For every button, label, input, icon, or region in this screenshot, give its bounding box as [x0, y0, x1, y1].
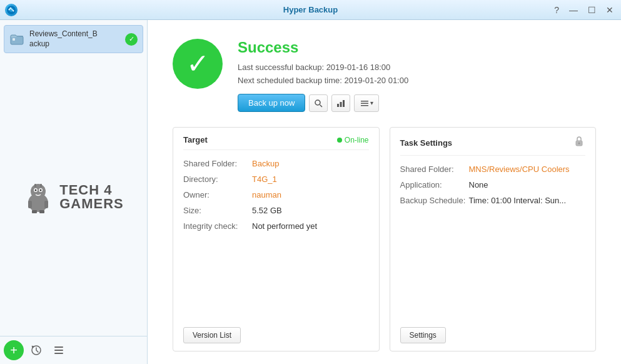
back-up-now-button[interactable]: Back up now — [238, 94, 305, 112]
content-area: ✓ Success Last successful backup: 2019-0… — [148, 20, 621, 364]
svg-rect-25 — [361, 101, 368, 102]
online-status: On-line — [337, 136, 369, 144]
backup-folder-icon — [9, 33, 24, 46]
svg-point-29 — [578, 143, 580, 144]
svg-point-1 — [9, 8, 13, 12]
sidebar-item-reviews-backup[interactable]: Reviews_Content_Backup ✓ — [4, 25, 143, 53]
sidebar-logo: TECH 4 GAMERS — [0, 169, 147, 225]
sidebar-item-status-icon: ✓ — [125, 33, 138, 46]
online-dot — [337, 138, 342, 143]
svg-point-9 — [40, 190, 42, 191]
info-button[interactable] — [49, 340, 69, 360]
task-shared-folder-row: Shared Folder: MNS/Reviews/CPU Coolers — [400, 164, 586, 174]
sidebar-items: Reviews_Content_Backup ✓ — [0, 20, 147, 58]
settings-button[interactable]: Settings — [400, 327, 446, 343]
menu-dropdown-button[interactable]: ▾ — [354, 94, 379, 112]
target-owner-row: Owner: nauman — [183, 190, 369, 200]
info-cards: Target On-line Shared Folder: Backup Dir… — [173, 127, 596, 351]
title-bar: Hyper Backup ? — ☐ ✕ — [0, 0, 621, 20]
target-integrity-row: Integrity check: Not performed yet — [183, 221, 369, 231]
svg-rect-18 — [54, 350, 63, 351]
svg-rect-10 — [34, 184, 36, 187]
svg-rect-19 — [54, 353, 63, 354]
minimize-button[interactable]: — — [567, 4, 580, 16]
target-shared-folder-row: Shared Folder: Backup — [183, 159, 369, 168]
action-buttons: Back up now — [238, 94, 408, 112]
logo-text: TECH 4 GAMERS — [59, 183, 124, 211]
app-icon — [5, 4, 18, 16]
last-backup-label: Last successful backup: 2019-01-16 18:00 — [238, 63, 408, 72]
target-card-header: Target On-line — [183, 135, 369, 150]
target-directory-row: Directory: T4G_1 — [183, 174, 369, 184]
svg-rect-27 — [361, 105, 368, 106]
stats-button[interactable] — [331, 94, 350, 112]
logo-top: TECH 4 — [59, 183, 112, 197]
status-info: Success Last successful backup: 2019-01-… — [238, 39, 408, 112]
target-card: Target On-line Shared Folder: Backup Dir… — [173, 127, 380, 351]
help-button[interactable]: ? — [552, 4, 562, 16]
svg-rect-3 — [13, 38, 15, 41]
lock-icon — [573, 135, 585, 150]
task-card-footer: Settings — [400, 321, 586, 343]
sidebar: Reviews_Content_Backup ✓ — [0, 20, 148, 364]
svg-point-20 — [315, 100, 320, 105]
target-size-row: Size: 5.52 GB — [183, 206, 369, 215]
svg-rect-12 — [28, 201, 32, 208]
search-button[interactable] — [309, 94, 328, 112]
task-application-row: Application: None — [400, 180, 586, 190]
svg-rect-13 — [44, 201, 48, 208]
svg-rect-26 — [361, 103, 368, 104]
svg-rect-22 — [337, 104, 339, 107]
svg-rect-11 — [40, 184, 42, 187]
sidebar-item-label: Reviews_Content_Backup — [29, 29, 120, 49]
status-title: Success — [238, 39, 408, 56]
target-card-title: Target — [183, 135, 208, 144]
close-button[interactable]: ✕ — [603, 4, 616, 16]
dropdown-arrow: ▾ — [370, 99, 373, 106]
title-bar-controls: ? — ☐ ✕ — [552, 4, 616, 16]
task-card-header: Task Settings — [400, 135, 586, 156]
svg-rect-24 — [343, 100, 345, 107]
logo-mascot — [23, 179, 53, 215]
svg-point-8 — [35, 190, 37, 191]
svg-line-21 — [320, 104, 323, 107]
svg-point-5 — [31, 184, 46, 199]
svg-rect-17 — [54, 346, 63, 348]
maximize-button[interactable]: ☐ — [585, 4, 598, 16]
main-container: Reviews_Content_Backup ✓ — [0, 20, 621, 364]
history-button[interactable] — [26, 340, 46, 360]
next-backup-label: Next scheduled backup time: 2019-01-20 0… — [238, 76, 408, 85]
success-icon: ✓ — [173, 39, 223, 89]
svg-rect-2 — [11, 36, 23, 44]
task-schedule-row: Backup Schedule: Time: 01:00 Interval: S… — [400, 196, 586, 205]
window-title: Hyper Backup — [283, 5, 338, 14]
title-bar-left — [5, 4, 18, 16]
svg-rect-15 — [39, 210, 44, 213]
sidebar-footer: + — [0, 336, 147, 364]
svg-rect-14 — [32, 210, 37, 213]
svg-rect-23 — [340, 102, 342, 107]
status-section: ✓ Success Last successful backup: 2019-0… — [173, 39, 596, 112]
logo-bottom: GAMERS — [59, 197, 124, 211]
task-card-title: Task Settings — [400, 138, 453, 148]
version-list-button[interactable]: Version List — [183, 327, 241, 343]
add-backup-button[interactable]: + — [4, 340, 24, 360]
task-settings-card: Task Settings Shared Folder: MNS/Reviews… — [390, 127, 597, 351]
target-card-footer: Version List — [183, 321, 369, 343]
